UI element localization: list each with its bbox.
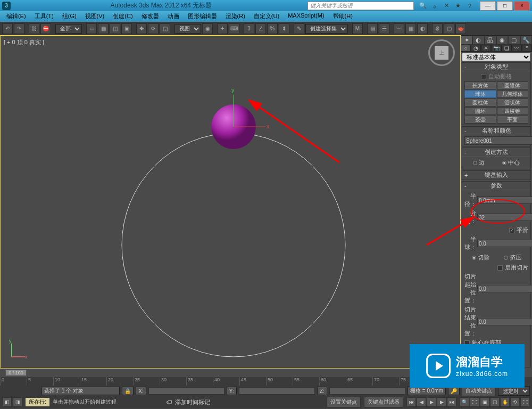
menu-modifiers[interactable]: 修改器 xyxy=(137,11,163,22)
setkey-button[interactable]: 设置关键点 xyxy=(327,397,361,407)
select-name-icon[interactable]: ▦ xyxy=(98,23,109,34)
favorite-icon[interactable]: ★ xyxy=(454,2,462,10)
menu-customize[interactable]: 自定义(U) xyxy=(250,11,284,22)
menu-help[interactable]: 帮助(H) xyxy=(329,11,357,22)
play-icon[interactable]: ▶ xyxy=(427,397,436,407)
geometry-category-dropdown[interactable]: 标准基本体 xyxy=(462,53,531,61)
goto-start-icon[interactable]: ⏮ xyxy=(406,397,416,407)
subtab-lights[interactable]: ☀ xyxy=(481,45,491,52)
add-time-tag[interactable]: 添加时间标记 xyxy=(175,398,210,406)
menu-animation[interactable]: 动画 xyxy=(163,11,184,22)
menu-edit[interactable]: 编辑(E) xyxy=(2,11,30,22)
snap-icon[interactable]: 3 xyxy=(244,23,254,34)
maximize-button[interactable]: □ xyxy=(497,1,513,11)
menu-rendering[interactable]: 渲染(R) xyxy=(221,11,250,22)
subtab-systems[interactable]: * xyxy=(522,45,532,52)
autogrid-checkbox[interactable] xyxy=(481,74,486,79)
render-frame-icon[interactable]: ▢ xyxy=(444,23,454,34)
btn-cone[interactable]: 圆锥体 xyxy=(497,81,529,89)
named-selset-combo[interactable]: 创建选择集 xyxy=(305,24,348,34)
slice-to-input[interactable] xyxy=(477,318,532,325)
undo-icon[interactable]: ↶ xyxy=(2,23,13,34)
btn-tube[interactable]: 管状体 xyxy=(497,99,529,107)
coord-y-input[interactable] xyxy=(239,387,315,395)
search-icon[interactable]: 🔍 xyxy=(419,2,427,10)
slice-from-input[interactable] xyxy=(477,285,532,292)
radio-edge[interactable] xyxy=(473,161,477,165)
app-icon[interactable]: 3 xyxy=(2,2,11,10)
menu-tools[interactable]: 工具(T) xyxy=(30,11,58,22)
menu-create[interactable]: 创建(C) xyxy=(109,11,137,22)
btn-box[interactable]: 长方体 xyxy=(464,81,496,89)
btn-sphere[interactable]: 球体 xyxy=(464,90,496,98)
keymode-icon[interactable]: ⌨ xyxy=(229,23,239,34)
minimize-button[interactable]: — xyxy=(480,1,496,11)
subtab-helpers[interactable]: ❏ xyxy=(502,45,512,52)
orbit-icon[interactable]: ⟲ xyxy=(510,397,520,407)
select-icon[interactable]: ▭ xyxy=(86,23,97,34)
mirror-icon[interactable]: M xyxy=(352,23,363,34)
lock-icon[interactable]: 🔒 xyxy=(122,387,134,395)
radio-chop[interactable] xyxy=(472,256,476,260)
signin-icon[interactable]: ⍙ xyxy=(431,2,438,10)
pivot-icon[interactable]: ◉ xyxy=(202,23,213,34)
angle-snap-icon[interactable]: ∠ xyxy=(255,23,266,34)
rollout-toggle-icon[interactable]: - xyxy=(464,64,467,70)
maximize-viewport-icon[interactable]: ⛶ xyxy=(520,397,530,407)
schematic-icon[interactable]: ▦ xyxy=(405,23,416,34)
key-mode-icon[interactable]: 🔑 xyxy=(448,387,460,395)
menu-maxscript[interactable]: MAXScript(M) xyxy=(284,11,328,22)
tab-create[interactable]: ✦ xyxy=(461,36,472,45)
radius-input[interactable] xyxy=(477,197,532,204)
tab-hierarchy[interactable]: 品 xyxy=(485,36,496,45)
smooth-checkbox[interactable]: ✓ xyxy=(509,228,514,233)
scale-icon[interactable]: ◱ xyxy=(160,23,170,34)
rotate-icon[interactable]: ⟳ xyxy=(148,23,159,34)
viewcube[interactable]: 上 xyxy=(428,39,455,66)
render-icon[interactable]: 🫖 xyxy=(455,23,466,34)
move-icon[interactable]: ✥ xyxy=(136,23,147,34)
unlink-icon[interactable]: ⛔ xyxy=(40,23,51,34)
refcoord-combo[interactable]: 视图 xyxy=(174,24,201,34)
zoom-all-icon[interactable]: ⛶ xyxy=(470,397,479,407)
slice-on-checkbox[interactable] xyxy=(497,265,503,271)
hemisphere-input[interactable] xyxy=(477,240,532,247)
coord-x-input[interactable] xyxy=(148,387,225,395)
material-editor-icon[interactable]: ◐ xyxy=(417,23,428,34)
manipulate-icon[interactable]: ✦ xyxy=(217,23,228,34)
edit-named-sel-icon[interactable]: ✎ xyxy=(294,23,304,34)
redo-icon[interactable]: ↷ xyxy=(14,23,24,34)
percent-snap-icon[interactable]: % xyxy=(267,23,278,34)
link-icon[interactable]: ⛓ xyxy=(29,23,39,34)
radio-squash[interactable] xyxy=(504,256,508,260)
prev-frame-icon[interactable]: ◀ xyxy=(417,397,426,407)
coord-z-input[interactable] xyxy=(329,387,405,395)
help-icon[interactable]: ? xyxy=(466,2,473,10)
viewport-top[interactable]: [ + 0 顶 0 真实 ] x y 上 y x xyxy=(0,36,461,369)
exchange-icon[interactable]: ✕ xyxy=(443,2,450,10)
radio-center[interactable] xyxy=(502,161,506,165)
object-name-input[interactable] xyxy=(464,136,532,145)
filter-combo[interactable]: 全部 xyxy=(55,24,82,34)
tab-display[interactable]: ▢ xyxy=(508,36,520,45)
next-frame-icon[interactable]: ▶ xyxy=(437,397,446,407)
subtab-spacewarps[interactable]: 〰 xyxy=(512,45,522,52)
btn-torus[interactable]: 圆环 xyxy=(464,107,496,115)
menu-views[interactable]: 视图(V) xyxy=(81,11,109,22)
curve-editor-icon[interactable]: 〰 xyxy=(394,23,404,34)
btn-pyramid[interactable]: 四棱锥 xyxy=(497,107,529,115)
tab-utilities[interactable]: 🔧 xyxy=(520,36,532,45)
help-search-input[interactable] xyxy=(307,2,414,10)
mini-listener-icon[interactable]: ◧ xyxy=(2,397,12,407)
subtab-shapes[interactable]: ◔ xyxy=(471,45,481,52)
window-crossing-icon[interactable]: ▣ xyxy=(121,23,132,34)
time-tag-icon[interactable]: 🏷 xyxy=(166,399,172,405)
tab-modify[interactable]: ◐ xyxy=(472,36,484,45)
menu-graph-editors[interactable]: 图形编辑器 xyxy=(184,11,221,22)
subtab-cameras[interactable]: 📷 xyxy=(491,45,501,52)
segments-input[interactable] xyxy=(477,214,532,221)
btn-cylinder[interactable]: 圆柱体 xyxy=(464,99,496,107)
layers-icon[interactable]: ☰ xyxy=(379,23,389,34)
zoom-extents-icon[interactable]: ▣ xyxy=(480,397,489,407)
pan-icon[interactable]: ✋ xyxy=(500,397,510,407)
